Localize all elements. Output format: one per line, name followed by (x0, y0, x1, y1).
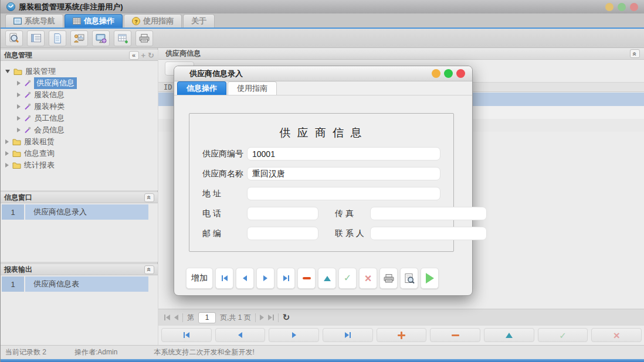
address-input[interactable] (247, 187, 440, 200)
prev-page-icon[interactable] (174, 315, 178, 320)
caret-right-icon[interactable] (17, 81, 21, 86)
row-label[interactable]: 供应商信息录入 (25, 204, 148, 220)
delete-record-button[interactable] (297, 268, 316, 289)
caret-right-icon[interactable] (17, 93, 21, 97)
tree-node-label[interactable]: 服装租赁 (24, 136, 55, 147)
collapse-left-button[interactable]: « (129, 51, 139, 60)
close-button[interactable] (630, 3, 638, 11)
report-output-header: 报表输出 « (1, 264, 158, 275)
confirm-button[interactable]: ✓ (538, 328, 588, 342)
tab-user-guide[interactable]: ? 使用指南 (124, 14, 182, 28)
last-record-button[interactable] (277, 268, 295, 289)
tree-node-clothing-rental[interactable]: 服装租赁 (1, 136, 158, 148)
refresh-icon[interactable]: ↻ (283, 312, 290, 323)
search-preview-button[interactable] (5, 30, 23, 46)
edit-record-button[interactable] (318, 268, 336, 289)
zip-input[interactable] (247, 227, 318, 240)
status-note: 本系统支持二次开发和全新开发! (154, 347, 254, 357)
caret-right-icon[interactable] (17, 116, 21, 121)
folder-icon (12, 162, 21, 169)
collapse-up-button[interactable]: « (144, 193, 154, 202)
next-record-button[interactable] (269, 328, 319, 342)
tree-node-label[interactable]: 员工信息 (34, 113, 65, 124)
tree-node-label[interactable]: 服装种类 (34, 101, 65, 112)
caret-right-icon[interactable] (17, 128, 21, 132)
tree-node-label[interactable]: 信息查询 (24, 148, 55, 159)
document-button[interactable] (49, 30, 66, 46)
tab-system-nav[interactable]: 系统导航 (5, 14, 63, 28)
dialog-title-bar: 供应商信息录入 (174, 66, 472, 81)
caret-right-icon[interactable] (5, 151, 9, 156)
tree-node-label[interactable]: 服装信息 (34, 90, 65, 100)
supplier-name-input[interactable] (247, 167, 440, 180)
tree-node-label[interactable]: 统计报表 (24, 160, 55, 170)
tree-node-info-query[interactable]: 信息查询 (1, 148, 158, 159)
tree-node-employee-info[interactable]: 员工信息 (1, 112, 158, 124)
add-record-button[interactable] (377, 328, 427, 342)
monitor-view-button[interactable] (92, 30, 110, 46)
tree-node-label[interactable]: 会员信息 (34, 125, 65, 135)
print-button[interactable] (379, 268, 398, 289)
tab-about[interactable]: 关于 (183, 14, 215, 28)
cancel-button[interactable]: × (591, 328, 642, 342)
supplier-entry-dialog: 供应商信息录入 信息操作 使用指南 供 应 商 信 息 供应商编号 供应商名称 (174, 66, 473, 296)
printer-tray-button[interactable] (135, 30, 153, 46)
add-icon[interactable]: + (141, 51, 146, 60)
tree-node-member-info[interactable]: 会员信息 (1, 124, 158, 136)
tree-node-statistics-report[interactable]: 统计报表 (1, 159, 158, 171)
caret-right-icon[interactable] (5, 139, 9, 144)
phone-input[interactable] (247, 207, 318, 220)
dialog-minimize-button[interactable] (432, 69, 440, 78)
maximize-button[interactable] (618, 3, 626, 11)
first-record-button[interactable] (161, 328, 212, 342)
prev-record-button[interactable] (236, 268, 254, 289)
run-button[interactable] (421, 268, 439, 289)
cancel-button[interactable]: × (359, 268, 377, 289)
first-page-icon[interactable] (164, 315, 170, 320)
supplier-code-input[interactable] (247, 147, 440, 160)
last-page-icon[interactable] (268, 315, 274, 320)
dialog-close-button[interactable] (456, 69, 465, 78)
tree-node-label[interactable]: 服装管理 (25, 66, 56, 77)
page-number-input[interactable] (198, 312, 216, 323)
tree-node-clothing-category[interactable]: 服装种类 (1, 101, 158, 112)
grid-icon (73, 18, 81, 25)
next-page-icon[interactable] (260, 315, 264, 320)
dialog-maximize-button[interactable] (444, 69, 453, 78)
dialog-tab-info-operation[interactable]: 信息操作 (177, 81, 226, 95)
info-window-header: 信息窗口 « (1, 192, 158, 203)
dialog-window-controls (432, 69, 465, 78)
last-record-button[interactable] (323, 328, 373, 342)
info-window-row[interactable]: 1 供应商信息录入 (2, 204, 148, 220)
next-record-button[interactable] (256, 268, 274, 289)
prev-record-button[interactable] (215, 328, 266, 342)
delete-record-button[interactable] (430, 328, 480, 342)
add-button-label: 增加 (191, 273, 208, 284)
caret-right-icon[interactable] (5, 163, 9, 168)
collapse-up-button[interactable]: « (630, 49, 640, 58)
tab-info-operation[interactable]: 信息操作 (65, 14, 123, 28)
data-list-button[interactable] (27, 30, 45, 46)
add-button[interactable]: 增加 (186, 268, 213, 289)
dialog-tab-user-guide[interactable]: 使用指南 (228, 81, 277, 95)
fax-input[interactable] (370, 207, 487, 220)
staff-chart-button[interactable] (70, 30, 88, 46)
minimize-button[interactable] (605, 3, 614, 11)
grid-id-column-header[interactable]: ID (164, 83, 172, 91)
row-label[interactable]: 供应商信息表 (25, 276, 148, 292)
tree-node-clothing-info[interactable]: 服装信息 (1, 89, 158, 101)
tree-node-clothing-mgmt[interactable]: 服装管理 (1, 66, 158, 77)
tree-node-label[interactable]: 供应商信息 (34, 77, 77, 89)
print-preview-button[interactable] (400, 268, 418, 289)
confirm-button[interactable]: ✓ (338, 268, 357, 289)
tree-node-supplier-info[interactable]: 供应商信息 (1, 77, 158, 89)
contact-input[interactable] (370, 227, 487, 240)
collapse-up-button[interactable]: « (144, 265, 154, 274)
edit-record-button[interactable] (484, 328, 534, 342)
refresh-icon[interactable]: ↻ (148, 51, 154, 60)
report-output-row[interactable]: 1 供应商信息表 (2, 276, 148, 292)
caret-down-icon[interactable] (5, 70, 10, 73)
caret-right-icon[interactable] (17, 104, 21, 109)
first-record-button[interactable] (215, 268, 233, 289)
table-add-button[interactable] (114, 30, 131, 46)
